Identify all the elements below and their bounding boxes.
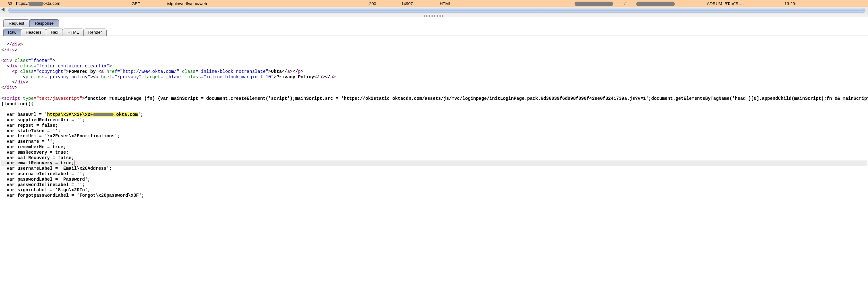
code-val: ="_blank" — [160, 74, 185, 79]
code-text: > — [333, 74, 336, 79]
code-attr: href — [104, 69, 117, 74]
code-text: < — [1, 64, 9, 69]
code-text: </ — [1, 85, 7, 90]
tab-response[interactable]: Response — [29, 19, 59, 27]
var-line: var stateToken = ''; — [1, 128, 61, 133]
subtab-render[interactable]: Render — [84, 29, 107, 36]
col-time: 13:29: — [779, 1, 798, 6]
var-line: var rememberMe = true; — [1, 144, 66, 149]
code-tag: a — [287, 69, 290, 74]
code-text: </ — [1, 79, 17, 85]
subtab-headers[interactable]: Headers — [21, 29, 46, 36]
code-content: Okta — [271, 69, 282, 74]
code-text: </ — [282, 69, 287, 74]
code-val: ="inline-block margin-l-10" — [201, 74, 274, 79]
var-line: var usernameInlineLabel = ''; — [1, 171, 85, 176]
scroll-track[interactable] — [8, 8, 865, 13]
var-line: var fromUri = '\x2Fuser\x2Fnotifications… — [1, 133, 120, 139]
col-title — [634, 1, 705, 6]
code-tag: div — [7, 85, 15, 90]
code-val: ="copyright" — [34, 69, 66, 74]
col-mime: HTML — [438, 1, 573, 6]
var-line: var repost = false; — [1, 123, 58, 128]
redacted-title — [636, 2, 675, 6]
host-prefix: https:// — [16, 1, 29, 6]
proxy-history-row[interactable]: 33 https://okta.com GET /signin/verify/d… — [0, 0, 868, 7]
code-attr: target — [142, 74, 160, 79]
code-text: </ — [314, 74, 320, 79]
code-text: >< — [90, 74, 96, 79]
col-method: GET — [130, 1, 165, 6]
subtab-hex[interactable]: Hex — [46, 29, 63, 36]
code-tag: div — [7, 47, 15, 53]
drag-dots-icon — [424, 15, 444, 17]
var-line: var emailRecovery = true; — [1, 161, 74, 166]
host-suffix: okta.com — [43, 1, 60, 6]
script-body: function runLoginPage (fn) {var mainScri… — [85, 96, 868, 101]
code-text: </ — [1, 42, 12, 47]
subtab-html[interactable]: HTML — [63, 29, 84, 36]
code-val: ="privacy-policy" — [44, 74, 90, 79]
var-line: var usernameLabel = 'Email\x20Address'; — [1, 166, 112, 171]
code-tag: div — [4, 58, 12, 63]
script-body: (function(){ — [1, 101, 34, 106]
code-tag: div — [17, 79, 25, 85]
code-text: > — [53, 58, 55, 63]
code-val: ="footer" — [28, 58, 53, 63]
subtab-raw[interactable]: Raw — [3, 29, 21, 36]
var-line: var passwordInlineLabel = ''; — [1, 182, 85, 188]
var-line: '; — [138, 112, 143, 117]
hl-text: .okta.com — [114, 112, 138, 117]
hl-text: https\x3A\x2F\x2F — [47, 112, 93, 117]
code-val: ="inline-block notranslate" — [195, 69, 268, 74]
var-line: var baseUrl = ' — [1, 112, 47, 117]
col-host: https://okta.com — [14, 1, 130, 6]
var-line: var signinLabel = 'Sign\x20In'; — [1, 188, 90, 193]
code-attr: class — [180, 69, 195, 74]
code-text: > — [20, 42, 23, 47]
code-content: Powered by — [69, 69, 98, 74]
redacted-domain — [93, 113, 114, 116]
code-val: ="http://www.okta.com/" — [117, 69, 179, 74]
code-tag: p — [330, 74, 333, 79]
cursor-icon — [74, 161, 74, 166]
code-text: > — [109, 64, 112, 69]
col-length: 14907 — [399, 1, 438, 6]
var-line: var username = ''; — [1, 139, 55, 144]
code-val: ="footer-container clearfix" — [34, 64, 109, 69]
horizontal-scrollbar[interactable] — [0, 7, 868, 14]
response-body[interactable]: </div> </div> <div class="footer"> <div … — [0, 36, 868, 199]
code-text: > — [26, 79, 28, 85]
code-text: > — [66, 69, 69, 74]
tab-request[interactable]: Request — [3, 19, 30, 27]
blank-line — [1, 53, 4, 58]
redacted-ext — [575, 2, 613, 6]
code-attr: class — [28, 74, 44, 79]
code-tag: p — [26, 74, 28, 79]
col-check: ✓ — [615, 1, 634, 6]
code-attr: class — [12, 58, 28, 63]
split-drag-handle[interactable] — [0, 14, 868, 17]
var-line: var passwordLabel = 'Password'; — [1, 177, 90, 182]
code-tag: a — [319, 74, 322, 79]
col-extension — [573, 1, 615, 6]
search-highlight: https\x3A\x2F\x2F.okta.com — [47, 112, 138, 117]
code-attr: class — [17, 64, 33, 69]
code-attr: href — [98, 74, 112, 79]
code-val: ="text/javascript" — [34, 96, 82, 101]
blank-line — [1, 106, 4, 112]
current-line: var emailRecovery = true; — [1, 161, 867, 166]
message-tabs: Request Response — [0, 17, 868, 27]
scroll-left-icon[interactable] — [1, 8, 4, 11]
blank-line — [1, 91, 4, 96]
var-line: var suppliedRedirectUri = ''; — [1, 118, 85, 123]
view-tabs: Raw Headers Hex HTML Render — [0, 27, 868, 36]
code-tag: a — [96, 74, 98, 79]
col-url: /signin/verify/duo/web — [165, 1, 367, 6]
code-tag: p — [298, 69, 301, 74]
col-id: 33 — [1, 1, 14, 6]
code-text: > — [274, 74, 276, 79]
code-text: </ — [1, 47, 7, 53]
code-text: > — [15, 85, 17, 90]
code-tag: script — [4, 96, 20, 101]
